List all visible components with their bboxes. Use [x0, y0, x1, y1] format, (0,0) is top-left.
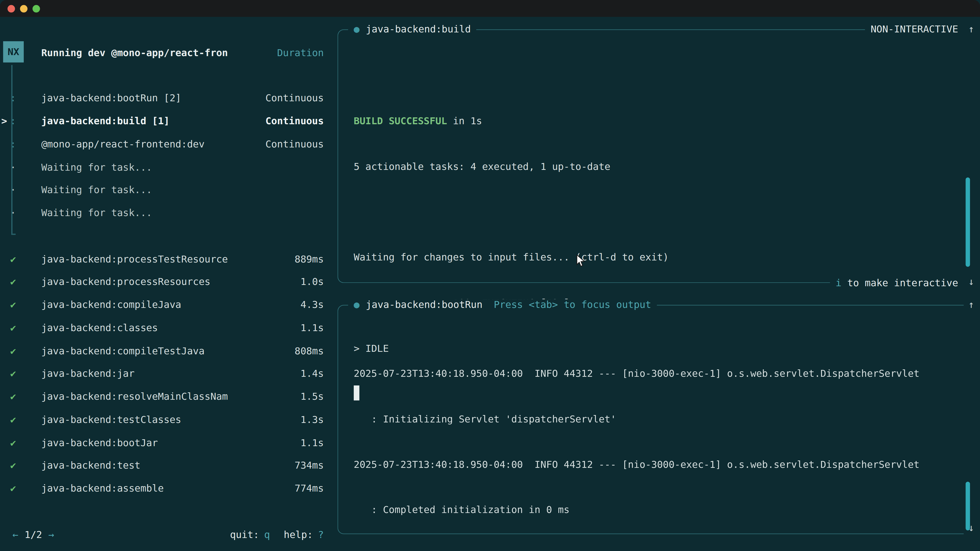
pending-dot-icon: · [8, 207, 18, 219]
task-row-waiting[interactable]: · Waiting for task... [0, 156, 331, 179]
task-list: : java-backend:bootRun [2] Continuous > … [0, 87, 331, 500]
interactive-hint: to make interactive [842, 277, 958, 289]
page-next-arrow-icon[interactable]: → [48, 529, 54, 540]
task-duration: 1.5s [301, 391, 331, 402]
build-pane-scrollbar[interactable] [966, 178, 970, 267]
zoom-button[interactable] [32, 5, 40, 12]
nx-tui: NX Running dev @mono-app/react-fron Dura… [0, 17, 980, 551]
task-duration: Continuous [266, 93, 331, 104]
running-dot-icon: ● [354, 299, 360, 310]
task-name: @mono-app/react-frontend:dev [41, 138, 205, 150]
sidebar-header: Running dev @mono-app/react-fron Duratio… [0, 41, 331, 65]
check-icon: ✔ [8, 368, 18, 380]
task-name: java-backend:processTestResource [41, 253, 228, 265]
task-row-done[interactable]: ✔ java-backend:processResources 1.0s [0, 270, 331, 293]
task-row-done[interactable]: ✔ java-backend:assemble 774ms [0, 477, 331, 500]
check-icon: ✔ [8, 391, 18, 402]
check-icon: ✔ [8, 345, 18, 356]
build-output-pane[interactable]: ● java-backend:build NON-INTERACTIVE BUI… [337, 29, 964, 283]
task-name: java-backend:classes [41, 322, 158, 333]
scroll-up-icon: ↑ [965, 294, 977, 317]
task-spinner-icon: : [8, 116, 18, 127]
page-indicator: 1/2 [24, 529, 42, 540]
task-duration: 1.0s [301, 276, 331, 287]
task-duration: 889ms [294, 253, 331, 265]
scroll-down-icon: ↓ [965, 270, 977, 294]
titlebar [0, 0, 980, 17]
log-line: : Completed initialization in 0 ms [354, 499, 958, 522]
check-icon: ✔ [8, 322, 18, 333]
task-duration: 774ms [294, 483, 331, 494]
build-pane-title: java-backend:build [366, 24, 471, 35]
close-button[interactable] [7, 5, 15, 12]
task-row-done[interactable]: ✔ java-backend:test 734ms [0, 454, 331, 477]
duration-column-header: Duration [277, 47, 331, 59]
scroll-up-icon: ↑ [965, 18, 977, 41]
bootrun-output-pane[interactable]: ● java-backend:bootRun Press <tab> to fo… [337, 305, 964, 534]
bootrun-log: 2025-07-23T13:40:18.950-04:00 INFO 44312… [354, 340, 958, 551]
task-name: Waiting for task... [41, 162, 152, 173]
task-row-done[interactable]: ✔ java-backend:compileTestJava 808ms [0, 339, 331, 362]
bootrun-pane-title: java-backend:bootRun [366, 299, 482, 310]
progress-dashes: ---> [430, 550, 453, 551]
task-row[interactable]: : @mono-app/react-frontend:dev Continuou… [0, 133, 331, 156]
task-row-done[interactable]: ✔ java-backend:compileJava 4.3s [0, 293, 331, 316]
interactive-key: i [835, 277, 842, 289]
help-key: ? [318, 529, 324, 540]
run-command-title: Running dev @mono-app/react-fron [41, 47, 228, 59]
page-prev-arrow-icon[interactable]: ← [13, 529, 18, 540]
progress-open: <<< [354, 550, 371, 551]
log-line: : Initializing Servlet 'dispatcherServle… [354, 408, 958, 431]
minimize-button[interactable] [20, 5, 27, 12]
selected-marker-icon: > [1, 116, 7, 127]
bootrun-pane-header: ● java-backend:bootRun Press <tab> to fo… [348, 293, 964, 317]
task-spinner-icon: : [8, 93, 18, 104]
task-row-done[interactable]: ✔ java-backend:jar 1.4s [0, 362, 331, 385]
task-name: java-backend:testClasses [41, 414, 181, 425]
check-icon: ✔ [8, 299, 18, 310]
task-row-done[interactable]: ✔ java-backend:classes 1.1s [0, 316, 331, 339]
task-row-done[interactable]: ✔ java-backend:resolveMainClassNam 1.5s [0, 385, 331, 408]
task-row-done[interactable]: ✔ java-backend:bootJar 1.1s [0, 431, 331, 454]
task-row[interactable]: : java-backend:bootRun [2] Continuous [0, 87, 331, 110]
task-duration: Continuous [266, 116, 331, 127]
build-status-time: in 1s [447, 116, 482, 127]
task-duration: 1.3s [301, 414, 331, 425]
check-icon: ✔ [8, 437, 18, 448]
running-dot-icon: ● [354, 24, 360, 35]
task-name: java-backend:jar [41, 368, 135, 380]
task-name: Waiting for task... [41, 184, 152, 196]
quit-key: q [264, 529, 270, 540]
build-pane-header: ● java-backend:build NON-INTERACTIVE [348, 18, 964, 41]
task-name: java-backend:compileJava [41, 299, 181, 310]
tasks-summary-line: 5 actionable tasks: 4 executed, 1 up-to-… [354, 156, 958, 178]
task-spinner-icon: : [8, 138, 18, 150]
terminal-window: NX Running dev @mono-app/react-fron Dura… [0, 0, 980, 551]
task-name: java-backend:resolveMainClassNam [41, 391, 228, 402]
task-row-waiting[interactable]: · Waiting for task... [0, 202, 331, 224]
check-icon: ✔ [8, 276, 18, 287]
log-line: 2025-07-23T13:40:18.950-04:00 INFO 44312… [354, 362, 958, 385]
task-row-selected[interactable]: > : java-backend:build [1] Continuous [0, 110, 331, 133]
focus-output-hint: Press <tab> to focus output [494, 299, 651, 310]
task-duration: 4.3s [301, 299, 331, 310]
pending-dot-icon: · [8, 184, 18, 196]
sidebar-footer: ← 1/2 → quit: q help: ? [0, 523, 331, 546]
quit-hint-label: quit: [230, 529, 259, 540]
task-name: java-backend:assemble [41, 483, 164, 494]
bootrun-pane-scrollbar[interactable] [966, 482, 970, 530]
task-row-waiting[interactable]: · Waiting for task... [0, 179, 331, 202]
pending-dot-icon: · [8, 162, 18, 173]
task-duration: 734ms [294, 460, 331, 471]
task-name: java-backend:processResources [41, 276, 210, 287]
task-name: java-backend:bootRun [2] [41, 93, 181, 104]
check-icon: ✔ [8, 460, 18, 471]
task-name: Waiting for task... [41, 207, 152, 219]
task-row-done[interactable]: ✔ java-backend:testClasses 1.3s [0, 408, 331, 431]
task-row-done[interactable]: ✔ java-backend:processTestResource 889ms [0, 248, 331, 270]
log-line: 2025-07-23T13:40:18.950-04:00 INFO 44312… [354, 453, 958, 476]
task-duration: 808ms [294, 345, 331, 356]
task-name: java-backend:compileTestJava [41, 345, 205, 356]
task-name: java-backend:bootJar [41, 437, 158, 448]
non-interactive-badge: NON-INTERACTIVE [870, 24, 958, 35]
